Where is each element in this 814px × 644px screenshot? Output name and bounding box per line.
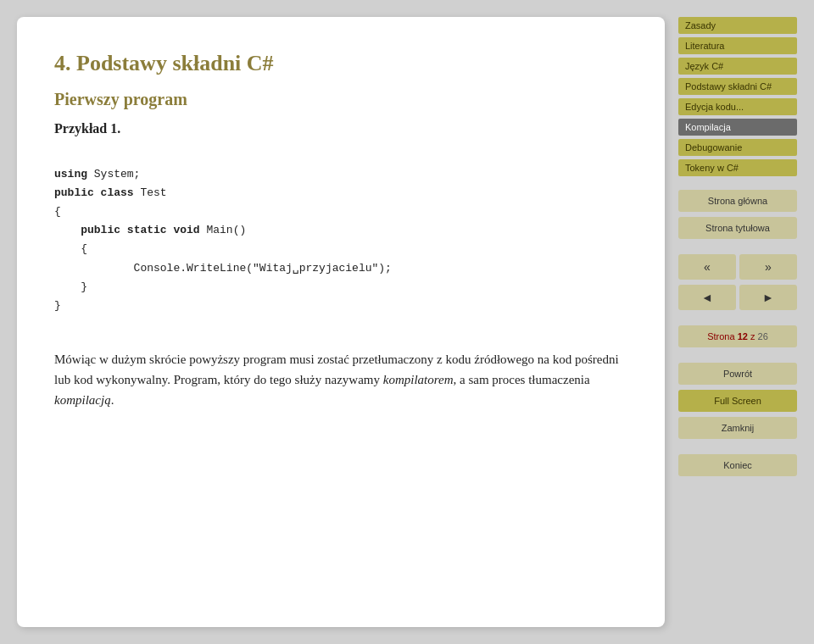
zamknij-button[interactable]: Zamknij bbox=[678, 417, 797, 439]
kompilacja-text: kompilacją bbox=[54, 393, 111, 407]
sidebar-item-debugowanie[interactable]: Debugowanie bbox=[678, 139, 797, 156]
sidebar-item-tokeny[interactable]: Tokeny w C# bbox=[678, 159, 797, 176]
strona-glowna-button[interactable]: Strona główna bbox=[678, 190, 797, 212]
sidebar-item-edycja[interactable]: Edycja kodu... bbox=[678, 98, 797, 115]
powrot-button[interactable]: Powrót bbox=[678, 363, 797, 385]
strona-tytulowa-button[interactable]: Strona tytułowa bbox=[678, 217, 797, 239]
code-block: using System; public class Test { public… bbox=[54, 147, 627, 334]
sidebar-item-zasady[interactable]: Zasady bbox=[678, 17, 797, 34]
spacer-2 bbox=[678, 244, 797, 251]
page-label: Strona bbox=[707, 331, 734, 341]
sidebar-item-podstawy[interactable]: Podstawy składni C# bbox=[678, 78, 797, 95]
page-wrapper: 4. Podstawy składni C# Pierwszy program … bbox=[0, 0, 814, 644]
main-content: 4. Podstawy składni C# Pierwszy program … bbox=[17, 17, 665, 627]
page-total: 26 bbox=[758, 331, 768, 341]
section-title: Pierwszy program bbox=[54, 90, 627, 109]
desc-end: . bbox=[111, 393, 114, 407]
page-separator: z bbox=[750, 331, 755, 341]
koniec-button[interactable]: Koniec bbox=[678, 454, 797, 476]
spacer-3 bbox=[678, 315, 797, 322]
sidebar-item-literatura[interactable]: Literatura bbox=[678, 37, 797, 54]
full-screen-button[interactable]: Full Screen bbox=[678, 390, 797, 412]
spacer-4 bbox=[678, 353, 797, 359]
sidebar-item-jezyk[interactable]: Język C# bbox=[678, 58, 797, 75]
description-text: Mówiąc w dużym skrócie powyższy program … bbox=[54, 349, 627, 410]
sidebar: Zasady Literatura Język C# Podstawy skła… bbox=[678, 17, 797, 627]
step-nav-controls: ◄ ► bbox=[678, 285, 797, 310]
spacer-5 bbox=[678, 444, 797, 451]
fast-nav-controls: « » bbox=[678, 254, 797, 280]
sidebar-item-kompilacja[interactable]: Kompilacja bbox=[678, 119, 797, 136]
example-label: Przykład 1. bbox=[54, 121, 627, 136]
page-current: 12 bbox=[738, 331, 748, 341]
chapter-title: 4. Podstawy składni C# bbox=[54, 51, 627, 76]
kompilatorem-text: kompilatorem bbox=[383, 373, 454, 386]
prev-button[interactable]: ◄ bbox=[678, 285, 736, 310]
next-fast-button[interactable]: » bbox=[739, 254, 797, 280]
next-button[interactable]: ► bbox=[739, 285, 797, 310]
prev-fast-button[interactable]: « bbox=[678, 254, 736, 280]
desc-middle: , a sam proces tłumaczenia bbox=[453, 373, 589, 386]
page-indicator: Strona 12 z 26 bbox=[678, 325, 797, 347]
spacer-1 bbox=[678, 180, 797, 186]
